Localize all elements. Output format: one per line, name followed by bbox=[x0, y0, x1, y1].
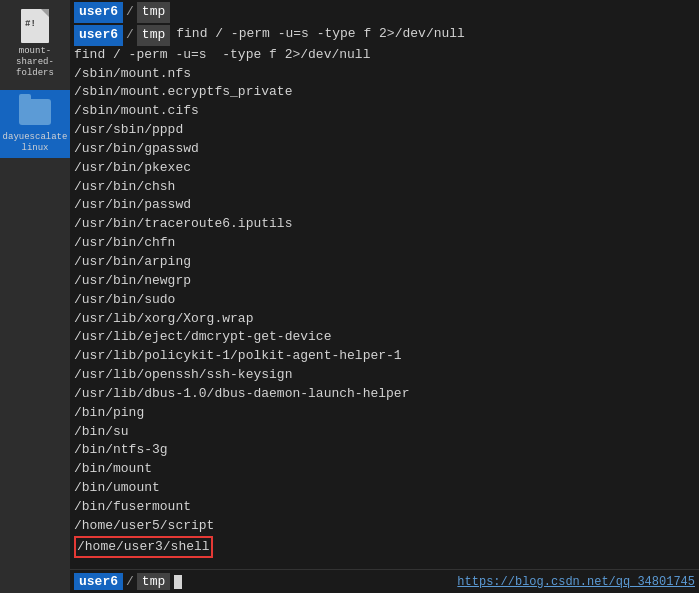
output-line-18: /bin/ping bbox=[74, 404, 695, 423]
prompt-dir-2: tmp bbox=[137, 25, 170, 46]
output-line-2: /sbin/mount.cifs bbox=[74, 102, 695, 121]
sidebar-item-label: mount-shared-folders bbox=[2, 46, 68, 78]
command-line: user6 / tmp find / -perm -u=s -type f 2>… bbox=[74, 25, 695, 46]
file-icon: #! bbox=[17, 8, 53, 44]
output-line-1: /sbin/mount.ecryptfs_private bbox=[74, 83, 695, 102]
status-prompt-dir: tmp bbox=[137, 573, 170, 590]
output-line-13: /usr/lib/xorg/Xorg.wrap bbox=[74, 310, 695, 329]
prompt-slash-2: / bbox=[123, 26, 137, 45]
output-line-0: /sbin/mount.nfs bbox=[74, 65, 695, 84]
output-line-21: /bin/mount bbox=[74, 460, 695, 479]
output-line-9: /usr/bin/chfn bbox=[74, 234, 695, 253]
output-line-7: /usr/bin/passwd bbox=[74, 196, 695, 215]
highlighted-result: /home/user3/shell bbox=[74, 536, 213, 559]
output-line-20: /bin/ntfs-3g bbox=[74, 441, 695, 460]
highlighted-result-line: /home/user3/shell bbox=[74, 536, 695, 559]
prompt-inline: user6 / tmp bbox=[74, 25, 170, 46]
sidebar: #! mount-shared-folders dayuescalatelinu… bbox=[0, 0, 70, 593]
terminal: user6 / tmp user6 / tmp find / -perm -u=… bbox=[70, 0, 699, 593]
command-text: find / -perm -u=s -type f 2>/dev/null bbox=[176, 25, 465, 44]
folder-icon bbox=[17, 94, 53, 130]
output-line-4: /usr/bin/gpasswd bbox=[74, 140, 695, 159]
prompt-dir-1: tmp bbox=[137, 2, 170, 23]
output-line-22: /bin/umount bbox=[74, 479, 695, 498]
status-bar: user6 / tmp https://blog.csdn.net/qq_348… bbox=[70, 569, 699, 593]
output-line-12: /usr/bin/sudo bbox=[74, 291, 695, 310]
output-line-3: /usr/sbin/pppd bbox=[74, 121, 695, 140]
output-line-15: /usr/lib/policykit-1/polkit-agent-helper… bbox=[74, 347, 695, 366]
output-line-23: /bin/fusermount bbox=[74, 498, 695, 517]
output-line-14: /usr/lib/eject/dmcrypt-get-device bbox=[74, 328, 695, 347]
output-line-8: /usr/bin/traceroute6.iputils bbox=[74, 215, 695, 234]
output-line-10: /usr/bin/arping bbox=[74, 253, 695, 272]
output-line-17: /usr/lib/dbus-1.0/dbus-daemon-launch-hel… bbox=[74, 385, 695, 404]
output-line-6: /usr/bin/chsh bbox=[74, 178, 695, 197]
output-line-16: /usr/lib/openssh/ssh-keysign bbox=[74, 366, 695, 385]
output-line-24: /home/user5/script bbox=[74, 517, 695, 536]
status-prompt-slash: / bbox=[123, 574, 137, 589]
prompt-slash-1: / bbox=[123, 3, 137, 22]
status-bar-left: user6 / tmp bbox=[74, 573, 182, 590]
output-command-echo: find / -perm -u=s -type f 2>/dev/null bbox=[74, 46, 695, 65]
sidebar-item-mount-shared-folders[interactable]: #! mount-shared-folders bbox=[0, 4, 70, 82]
status-prompt-user: user6 bbox=[74, 573, 123, 590]
sidebar-item-label: dayuescalatelinux bbox=[2, 132, 68, 154]
prompt-bar-1: user6 / tmp bbox=[74, 2, 695, 23]
output-line-19: /bin/su bbox=[74, 423, 695, 442]
prompt-user-1: user6 bbox=[74, 2, 123, 23]
prompt-user-2: user6 bbox=[74, 25, 123, 46]
cursor-block bbox=[174, 575, 182, 589]
terminal-output: user6 / tmp user6 / tmp find / -perm -u=… bbox=[70, 0, 699, 569]
status-link[interactable]: https://blog.csdn.net/qq_34801745 bbox=[457, 575, 695, 589]
sidebar-item-dayuescalatelinux[interactable]: dayuescalatelinux bbox=[0, 90, 70, 158]
output-line-5: /usr/bin/pkexec bbox=[74, 159, 695, 178]
output-line-11: /usr/bin/newgrp bbox=[74, 272, 695, 291]
